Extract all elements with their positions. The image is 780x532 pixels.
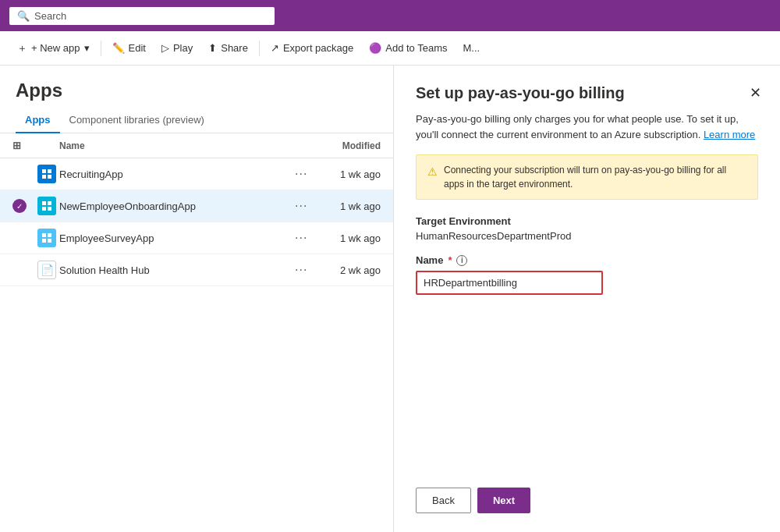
name-section: Name * i xyxy=(416,254,758,295)
target-env-value: HumanResourcesDepartmentProd xyxy=(416,230,758,242)
learn-more-link[interactable]: Learn more xyxy=(704,129,755,140)
toolbar-divider-1 xyxy=(101,41,101,56)
table-row[interactable]: RecruitingApp ··· 1 wk ago xyxy=(0,158,393,190)
app-icon-1 xyxy=(37,165,59,183)
svg-rect-0 xyxy=(42,169,46,173)
add-to-teams-button[interactable]: 🟣 Add to Teams xyxy=(361,37,455,59)
new-app-button[interactable]: ＋ + New app ▾ xyxy=(9,37,98,60)
svg-rect-2 xyxy=(42,175,46,179)
table-row[interactable]: ✓ NewEmployeeOnboardingApp ··· 1 wk ago xyxy=(0,190,393,222)
row-check-4 xyxy=(12,263,37,277)
more-btn-3[interactable]: ··· xyxy=(290,231,318,245)
share-button[interactable]: ⬆ Share xyxy=(200,37,256,59)
toolbar: ＋ + New app ▾ ✏️ Edit ▷ Play ⬆ Share ↗ E… xyxy=(0,31,780,66)
search-placeholder: Search xyxy=(34,10,66,22)
svg-rect-10 xyxy=(42,239,46,243)
app-modified-3: 1 wk ago xyxy=(318,232,381,244)
target-env-section: Target Environment HumanResourcesDepartm… xyxy=(416,215,758,242)
svg-rect-1 xyxy=(48,169,51,173)
more-btn-2[interactable]: ··· xyxy=(290,199,318,213)
app-modified-1: 1 wk ago xyxy=(318,168,381,180)
app-name-4: Solution Health Hub xyxy=(59,264,290,276)
share-icon: ⬆ xyxy=(208,42,217,54)
col-name-header: Name xyxy=(59,140,290,151)
search-icon: 🔍 xyxy=(17,10,30,22)
left-panel: Apps Apps Component libraries (preview) … xyxy=(0,66,394,532)
tab-component-libraries[interactable]: Component libraries (preview) xyxy=(60,108,214,133)
table-row[interactable]: 📄 Solution Health Hub ··· 2 wk ago xyxy=(0,254,393,286)
table-header: ⊞ Name Modified xyxy=(0,133,393,158)
svg-rect-3 xyxy=(48,175,51,179)
app-icon-2 xyxy=(37,197,59,215)
app-modified-4: 2 wk ago xyxy=(318,264,381,276)
name-input[interactable] xyxy=(416,271,603,295)
main-area: Apps Apps Component libraries (preview) … xyxy=(0,66,780,532)
close-button[interactable]: ✕ xyxy=(746,81,764,105)
required-indicator: * xyxy=(448,254,452,266)
name-field-label: Name * i xyxy=(416,254,758,266)
panel-description: Pay-as-you-go billing only charges you f… xyxy=(416,112,758,142)
toolbar-divider-2 xyxy=(259,41,260,56)
search-box[interactable]: 🔍 Search xyxy=(9,7,275,25)
svg-rect-11 xyxy=(48,239,51,243)
app-name-3: EmployeeSurveyApp xyxy=(59,232,290,244)
warning-text: Connecting your subscription will turn o… xyxy=(444,163,746,191)
new-app-label: + New app xyxy=(31,42,80,54)
next-button[interactable]: Next xyxy=(477,488,530,513)
svg-rect-7 xyxy=(48,207,51,211)
row-check-1 xyxy=(12,167,37,181)
panel-footer: Back Next xyxy=(416,472,758,513)
app-name-1: RecruitingApp xyxy=(59,168,290,180)
right-panel: ✕ Set up pay-as-you-go billing Pay-as-yo… xyxy=(394,66,780,532)
export-icon: ↗ xyxy=(271,42,279,54)
row-check-3 xyxy=(12,231,37,245)
table-row[interactable]: EmployeeSurveyApp ··· 1 wk ago xyxy=(0,222,393,254)
svg-rect-8 xyxy=(42,233,46,237)
play-button[interactable]: ▷ Play xyxy=(154,37,200,59)
app-icon-4: 📄 xyxy=(37,261,59,279)
col-modified-header: Modified xyxy=(318,140,381,151)
export-button[interactable]: ↗ Export package xyxy=(263,37,361,59)
warning-banner: ⚠ Connecting your subscription will turn… xyxy=(416,154,758,200)
play-icon: ▷ xyxy=(161,42,169,54)
svg-rect-5 xyxy=(48,201,51,205)
tab-apps[interactable]: Apps xyxy=(16,108,60,133)
more-btn-1[interactable]: ··· xyxy=(290,167,318,181)
svg-rect-6 xyxy=(42,207,46,211)
edit-button[interactable]: ✏️ Edit xyxy=(105,37,154,59)
more-btn-4[interactable]: ··· xyxy=(290,263,318,277)
back-button[interactable]: Back xyxy=(416,488,471,513)
svg-rect-9 xyxy=(48,233,51,237)
teams-icon: 🟣 xyxy=(369,42,381,54)
row-check-2: ✓ xyxy=(12,199,37,213)
new-app-icon: ＋ xyxy=(17,41,27,55)
app-name-2: NewEmployeeOnboardingApp xyxy=(59,200,290,212)
tabs: Apps Component libraries (preview) xyxy=(0,108,393,133)
app-icon-3 xyxy=(37,229,59,247)
panel-title: Set up pay-as-you-go billing xyxy=(416,84,758,102)
top-bar: 🔍 Search xyxy=(0,0,780,31)
edit-icon: ✏️ xyxy=(112,42,125,54)
app-modified-2: 1 wk ago xyxy=(318,200,381,212)
page-title: Apps xyxy=(0,66,393,108)
info-icon[interactable]: i xyxy=(456,255,467,266)
col-check-header: ⊞ xyxy=(12,140,37,151)
svg-rect-4 xyxy=(42,201,46,205)
more-button[interactable]: M... xyxy=(456,37,488,59)
new-app-dropdown-icon: ▾ xyxy=(84,42,90,54)
warning-icon: ⚠ xyxy=(427,164,438,180)
target-env-label: Target Environment xyxy=(416,215,758,227)
